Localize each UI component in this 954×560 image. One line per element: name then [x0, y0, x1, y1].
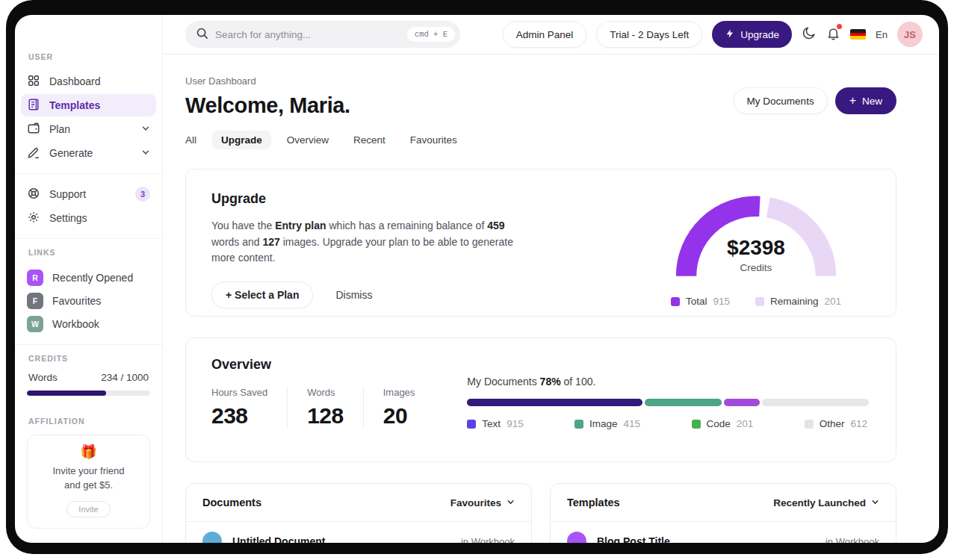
document-avatar [202, 532, 222, 543]
invite-button[interactable]: Invite [66, 501, 110, 517]
legend-item-total: Total 915 [671, 296, 730, 307]
sidebar-link-favourites[interactable]: F Favourites [27, 289, 150, 312]
page-content: User Dashboard Welcome, Maria. My Docume… [163, 55, 939, 543]
sidebar-divider [15, 344, 162, 345]
link-label: Favourites [52, 295, 101, 307]
wallet-icon [27, 122, 40, 137]
tab-favourites[interactable]: Favourites [401, 131, 466, 149]
upgrade-button[interactable]: Upgrade [712, 21, 792, 48]
stat-words: Words 128 [287, 387, 363, 429]
tab-all[interactable]: All [176, 131, 205, 149]
search-input[interactable]: Search for anything... cmd + E [185, 21, 460, 48]
templates-filter-dropdown[interactable]: Recently Launched [773, 497, 879, 508]
legend-swatch [467, 420, 476, 429]
link-label: Recently Opened [52, 272, 133, 284]
templates-card: Templates Recently Launched Blog Post Ti… [550, 483, 896, 543]
bar-segment-image [645, 399, 722, 406]
sidebar-item-templates[interactable]: Templates [21, 94, 156, 116]
template-title: Blog Post Title [597, 535, 670, 543]
my-documents-button[interactable]: My Documents [734, 87, 828, 114]
search-shortcut-kbd: cmd + E [407, 27, 455, 42]
legend-swatch [574, 420, 583, 429]
legend-item-other: Other 612 [805, 418, 867, 429]
sidebar-item-label: Settings [49, 212, 87, 224]
trial-status-badge[interactable]: Trial - 2 Days Left [596, 21, 702, 48]
link-initial-badge: F [27, 293, 43, 309]
tab-upgrade[interactable]: Upgrade [212, 131, 271, 149]
sidebar-divider [15, 173, 162, 174]
legend-item-text: Text 915 [467, 418, 523, 429]
sidebar-section-affiliation: AFFILIATION [28, 417, 149, 426]
affiliation-text: Invite your friend and get $5. [35, 464, 142, 493]
document-title: Untitled Document [232, 535, 325, 543]
page-title: Welcome, Maria. [185, 93, 350, 118]
sidebar-item-dashboard[interactable]: Dashboard [21, 70, 156, 93]
template-avatar [567, 532, 586, 543]
gift-icon: 🎁 [35, 445, 142, 458]
sidebar-link-recently-opened[interactable]: R Recently Opened [27, 266, 150, 289]
credits-gauge-chart: $2398 Credits Total 915 Remaining 201 [663, 191, 849, 316]
sidebar-item-support[interactable]: Support 3 [21, 183, 156, 205]
bar-segment-text [467, 399, 642, 406]
sidebar-section-links: LINKS [28, 248, 149, 257]
sidebar-item-label: Generate [49, 147, 93, 159]
legend-swatch [755, 297, 764, 306]
documents-progress-chart: My Documents 78% of 100. Text 915 [467, 357, 870, 443]
sidebar-item-generate[interactable]: Generate [21, 142, 156, 164]
germany-flag-icon [850, 29, 866, 40]
legend-swatch [692, 420, 701, 429]
legend-item-remaining: Remaining 201 [755, 296, 841, 307]
chevron-down-icon [141, 123, 150, 135]
overview-card-title: Overview [211, 357, 434, 373]
topbar: Search for anything... cmd + E Admin Pan… [163, 15, 939, 55]
app-window: USER Dashboard Templates Plan Generate S… [15, 15, 939, 543]
select-plan-button[interactable]: + Select a Plan [211, 281, 313, 308]
words-credit-progress-fill [27, 391, 106, 396]
gauge-center-value: $2398 [663, 236, 849, 260]
chevron-down-icon [871, 497, 879, 508]
words-credit-progressbar [27, 391, 150, 396]
legend-swatch [671, 297, 680, 306]
sidebar-item-settings[interactable]: Settings [21, 207, 156, 229]
moon-icon [802, 25, 817, 43]
tab-recent[interactable]: Recent [344, 131, 394, 149]
legend-item-image: Image 415 [574, 418, 640, 429]
plus-icon: + [849, 95, 856, 107]
template-list-item[interactable]: Blog Post Title in Workbook [551, 522, 896, 543]
tab-overview[interactable]: Overview [278, 131, 338, 149]
language-label[interactable]: En [876, 29, 888, 40]
link-label: Workbook [52, 318, 99, 330]
dashboard-grid-icon [27, 74, 40, 90]
language-switcher[interactable] [850, 29, 866, 40]
admin-panel-button[interactable]: Admin Panel [503, 21, 587, 48]
affiliation-card: 🎁 Invite your friend and get $5. Invite [27, 435, 150, 529]
documents-filter-dropdown[interactable]: Favourites [450, 497, 515, 508]
link-initial-badge: R [27, 270, 43, 286]
dismiss-button[interactable]: Dismiss [335, 289, 372, 301]
search-icon [196, 27, 208, 43]
templates-card-title: Templates [567, 497, 620, 508]
gear-icon [27, 211, 40, 226]
legend-swatch [805, 420, 814, 429]
sidebar-link-workbook[interactable]: W Workbook [27, 312, 150, 335]
user-avatar[interactable]: JS [897, 22, 923, 47]
dark-mode-toggle[interactable] [802, 25, 817, 43]
stacked-progress-bar [467, 399, 870, 406]
stat-hours-saved: Hours Saved 238 [211, 387, 287, 429]
upgrade-card-title: Upgrade [211, 191, 516, 207]
document-list-item[interactable]: Untitled Document in Workbook [186, 522, 531, 543]
bolt-icon [725, 28, 735, 41]
credits-words-value: 234 / 1000 [101, 372, 149, 383]
bar-segment-other [762, 399, 869, 406]
bar-segment-code [724, 399, 761, 406]
sidebar-item-plan[interactable]: Plan [21, 118, 156, 140]
filter-tabs: All Upgrade Overview Recent Favourites [176, 131, 896, 149]
sidebar-item-label: Support [49, 188, 86, 200]
device-frame: USER Dashboard Templates Plan Generate S… [6, 0, 948, 554]
new-button[interactable]: + New [835, 87, 896, 114]
upgrade-card: Upgrade You have the Entry plan which ha… [185, 169, 896, 317]
notifications-button[interactable] [826, 26, 840, 43]
sidebar-section-user: USER [28, 52, 149, 61]
document-location: in Workbook [461, 536, 515, 544]
main-area: Search for anything... cmd + E Admin Pan… [163, 15, 939, 543]
